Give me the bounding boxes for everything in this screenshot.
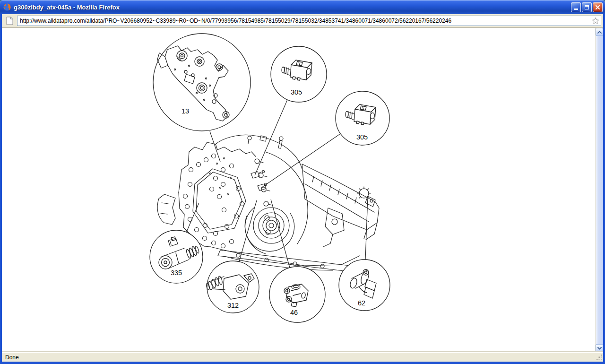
page-favicon-button[interactable] — [4, 16, 15, 26]
browser-window: g300zlbdy_atx-045a - Mozilla Firefox — [0, 0, 605, 364]
transmission-diagram: 13 305 305 — [2, 28, 595, 352]
callout-label-46: 46 — [290, 309, 298, 316]
callout-label-305-b: 305 — [356, 133, 368, 141]
callout-label-312: 312 — [227, 302, 239, 309]
leader-line — [210, 131, 220, 162]
status-text: Done — [5, 354, 19, 361]
titlebar: g300zlbdy_atx-045a - Mozilla Firefox — [0, 0, 605, 14]
url-input[interactable] — [20, 17, 592, 25]
leader-line — [255, 100, 287, 175]
callout-label-305-a: 305 — [291, 88, 302, 96]
callout-13[interactable]: 13 — [153, 34, 251, 131]
scroll-down-button[interactable] — [596, 344, 603, 352]
callout-305-a[interactable]: 305 — [271, 46, 327, 102]
callout-62[interactable]: 62 — [339, 260, 390, 311]
callout-label-335: 335 — [171, 269, 182, 277]
minimize-icon — [574, 9, 578, 10]
callout-46[interactable]: 46 — [269, 267, 325, 322]
callout-312[interactable]: 312 — [206, 261, 259, 313]
maximize-button[interactable] — [582, 2, 592, 12]
page-icon — [6, 17, 13, 25]
chevron-down-icon — [597, 347, 602, 350]
leader-line — [365, 197, 368, 260]
close-icon — [595, 5, 600, 10]
status-bar: Done — [2, 352, 603, 362]
callout-305-b[interactable]: 305 — [336, 91, 389, 145]
url-bar — [17, 16, 601, 26]
firefox-logo-icon — [3, 3, 11, 11]
minimize-button[interactable] — [571, 2, 581, 12]
leader-line — [261, 134, 340, 188]
close-button[interactable] — [593, 2, 603, 12]
callout-335[interactable]: 335 — [150, 230, 203, 283]
callout-label-62: 62 — [358, 299, 365, 307]
vertical-scrollbar[interactable] — [595, 28, 603, 352]
scroll-up-button[interactable] — [596, 28, 603, 36]
chevron-up-icon — [597, 31, 602, 34]
maximize-icon — [585, 5, 589, 9]
resize-grip[interactable] — [596, 354, 603, 361]
window-title: g300zlbdy_atx-045a - Mozilla Firefox — [14, 4, 120, 11]
address-toolbar — [2, 14, 603, 28]
diagram-canvas: 13 305 305 — [2, 28, 595, 352]
window-bottom-border — [0, 362, 605, 364]
callout-label-13: 13 — [182, 107, 189, 115]
bookmark-star-icon[interactable] — [592, 17, 599, 25]
scrollbar-track[interactable] — [596, 36, 603, 344]
